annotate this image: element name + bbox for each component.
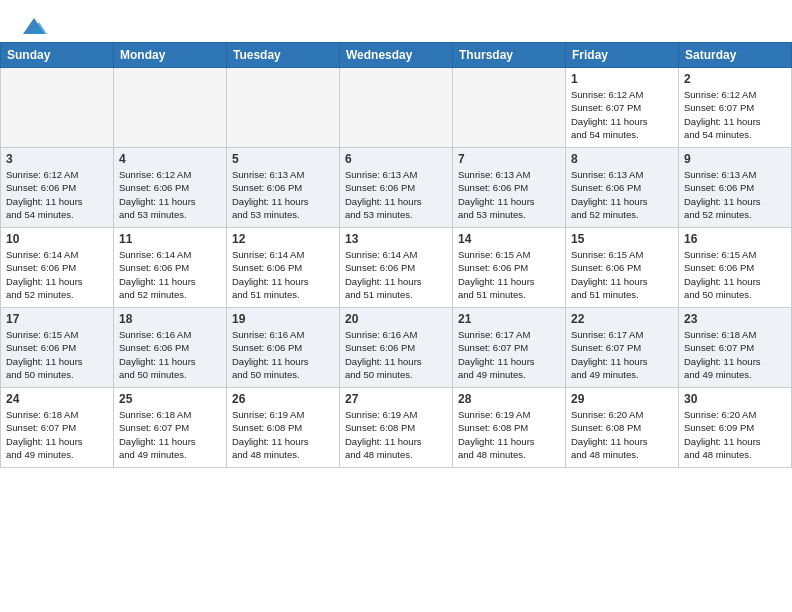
page: Sunday Monday Tuesday Wednesday Thursday… [0,0,792,612]
table-row: 15Sunrise: 6:15 AM Sunset: 6:06 PM Dayli… [566,228,679,308]
table-row: 10Sunrise: 6:14 AM Sunset: 6:06 PM Dayli… [1,228,114,308]
header [0,0,792,42]
table-row: 21Sunrise: 6:17 AM Sunset: 6:07 PM Dayli… [453,308,566,388]
day-number: 19 [232,312,334,326]
day-number: 24 [6,392,108,406]
col-tuesday: Tuesday [227,43,340,68]
table-row: 20Sunrise: 6:16 AM Sunset: 6:06 PM Dayli… [340,308,453,388]
day-info: Sunrise: 6:14 AM Sunset: 6:06 PM Dayligh… [119,248,221,301]
day-number: 20 [345,312,447,326]
calendar-header-row: Sunday Monday Tuesday Wednesday Thursday… [1,43,792,68]
day-number: 23 [684,312,786,326]
logo [20,16,48,34]
day-number: 4 [119,152,221,166]
day-number: 10 [6,232,108,246]
table-row: 8Sunrise: 6:13 AM Sunset: 6:06 PM Daylig… [566,148,679,228]
day-number: 22 [571,312,673,326]
day-info: Sunrise: 6:15 AM Sunset: 6:06 PM Dayligh… [684,248,786,301]
col-thursday: Thursday [453,43,566,68]
table-row: 16Sunrise: 6:15 AM Sunset: 6:06 PM Dayli… [679,228,792,308]
table-row [114,68,227,148]
day-info: Sunrise: 6:13 AM Sunset: 6:06 PM Dayligh… [458,168,560,221]
table-row: 4Sunrise: 6:12 AM Sunset: 6:06 PM Daylig… [114,148,227,228]
day-info: Sunrise: 6:17 AM Sunset: 6:07 PM Dayligh… [571,328,673,381]
day-number: 2 [684,72,786,86]
day-info: Sunrise: 6:18 AM Sunset: 6:07 PM Dayligh… [6,408,108,461]
day-number: 13 [345,232,447,246]
table-row: 2Sunrise: 6:12 AM Sunset: 6:07 PM Daylig… [679,68,792,148]
col-sunday: Sunday [1,43,114,68]
day-info: Sunrise: 6:16 AM Sunset: 6:06 PM Dayligh… [232,328,334,381]
col-friday: Friday [566,43,679,68]
table-row [227,68,340,148]
day-number: 7 [458,152,560,166]
day-info: Sunrise: 6:20 AM Sunset: 6:08 PM Dayligh… [571,408,673,461]
table-row: 22Sunrise: 6:17 AM Sunset: 6:07 PM Dayli… [566,308,679,388]
day-number: 1 [571,72,673,86]
day-info: Sunrise: 6:17 AM Sunset: 6:07 PM Dayligh… [458,328,560,381]
table-row: 30Sunrise: 6:20 AM Sunset: 6:09 PM Dayli… [679,388,792,468]
day-number: 15 [571,232,673,246]
day-number: 14 [458,232,560,246]
day-info: Sunrise: 6:14 AM Sunset: 6:06 PM Dayligh… [232,248,334,301]
day-number: 29 [571,392,673,406]
table-row [340,68,453,148]
day-info: Sunrise: 6:19 AM Sunset: 6:08 PM Dayligh… [232,408,334,461]
day-number: 12 [232,232,334,246]
day-number: 26 [232,392,334,406]
day-number: 18 [119,312,221,326]
day-number: 17 [6,312,108,326]
day-number: 25 [119,392,221,406]
day-info: Sunrise: 6:12 AM Sunset: 6:07 PM Dayligh… [684,88,786,141]
table-row: 17Sunrise: 6:15 AM Sunset: 6:06 PM Dayli… [1,308,114,388]
table-row: 24Sunrise: 6:18 AM Sunset: 6:07 PM Dayli… [1,388,114,468]
table-row: 13Sunrise: 6:14 AM Sunset: 6:06 PM Dayli… [340,228,453,308]
table-row: 23Sunrise: 6:18 AM Sunset: 6:07 PM Dayli… [679,308,792,388]
day-info: Sunrise: 6:13 AM Sunset: 6:06 PM Dayligh… [232,168,334,221]
calendar-week-row: 1Sunrise: 6:12 AM Sunset: 6:07 PM Daylig… [1,68,792,148]
table-row: 26Sunrise: 6:19 AM Sunset: 6:08 PM Dayli… [227,388,340,468]
table-row: 28Sunrise: 6:19 AM Sunset: 6:08 PM Dayli… [453,388,566,468]
day-info: Sunrise: 6:15 AM Sunset: 6:06 PM Dayligh… [458,248,560,301]
col-wednesday: Wednesday [340,43,453,68]
day-info: Sunrise: 6:20 AM Sunset: 6:09 PM Dayligh… [684,408,786,461]
day-info: Sunrise: 6:15 AM Sunset: 6:06 PM Dayligh… [571,248,673,301]
day-info: Sunrise: 6:15 AM Sunset: 6:06 PM Dayligh… [6,328,108,381]
day-info: Sunrise: 6:13 AM Sunset: 6:06 PM Dayligh… [345,168,447,221]
day-info: Sunrise: 6:18 AM Sunset: 6:07 PM Dayligh… [119,408,221,461]
table-row [453,68,566,148]
day-info: Sunrise: 6:16 AM Sunset: 6:06 PM Dayligh… [119,328,221,381]
table-row: 12Sunrise: 6:14 AM Sunset: 6:06 PM Dayli… [227,228,340,308]
day-number: 27 [345,392,447,406]
table-row: 25Sunrise: 6:18 AM Sunset: 6:07 PM Dayli… [114,388,227,468]
col-saturday: Saturday [679,43,792,68]
calendar-table: Sunday Monday Tuesday Wednesday Thursday… [0,42,792,468]
day-info: Sunrise: 6:12 AM Sunset: 6:06 PM Dayligh… [119,168,221,221]
day-number: 5 [232,152,334,166]
day-number: 11 [119,232,221,246]
day-number: 3 [6,152,108,166]
day-info: Sunrise: 6:14 AM Sunset: 6:06 PM Dayligh… [345,248,447,301]
table-row: 27Sunrise: 6:19 AM Sunset: 6:08 PM Dayli… [340,388,453,468]
day-number: 9 [684,152,786,166]
day-number: 28 [458,392,560,406]
table-row: 7Sunrise: 6:13 AM Sunset: 6:06 PM Daylig… [453,148,566,228]
day-number: 16 [684,232,786,246]
day-number: 8 [571,152,673,166]
day-info: Sunrise: 6:19 AM Sunset: 6:08 PM Dayligh… [458,408,560,461]
day-number: 30 [684,392,786,406]
day-info: Sunrise: 6:12 AM Sunset: 6:07 PM Dayligh… [571,88,673,141]
table-row: 29Sunrise: 6:20 AM Sunset: 6:08 PM Dayli… [566,388,679,468]
day-info: Sunrise: 6:16 AM Sunset: 6:06 PM Dayligh… [345,328,447,381]
calendar-week-row: 24Sunrise: 6:18 AM Sunset: 6:07 PM Dayli… [1,388,792,468]
calendar-week-row: 17Sunrise: 6:15 AM Sunset: 6:06 PM Dayli… [1,308,792,388]
day-info: Sunrise: 6:13 AM Sunset: 6:06 PM Dayligh… [571,168,673,221]
day-info: Sunrise: 6:14 AM Sunset: 6:06 PM Dayligh… [6,248,108,301]
day-info: Sunrise: 6:13 AM Sunset: 6:06 PM Dayligh… [684,168,786,221]
table-row: 6Sunrise: 6:13 AM Sunset: 6:06 PM Daylig… [340,148,453,228]
calendar-week-row: 10Sunrise: 6:14 AM Sunset: 6:06 PM Dayli… [1,228,792,308]
day-info: Sunrise: 6:19 AM Sunset: 6:08 PM Dayligh… [345,408,447,461]
table-row: 3Sunrise: 6:12 AM Sunset: 6:06 PM Daylig… [1,148,114,228]
table-row: 14Sunrise: 6:15 AM Sunset: 6:06 PM Dayli… [453,228,566,308]
day-info: Sunrise: 6:12 AM Sunset: 6:06 PM Dayligh… [6,168,108,221]
